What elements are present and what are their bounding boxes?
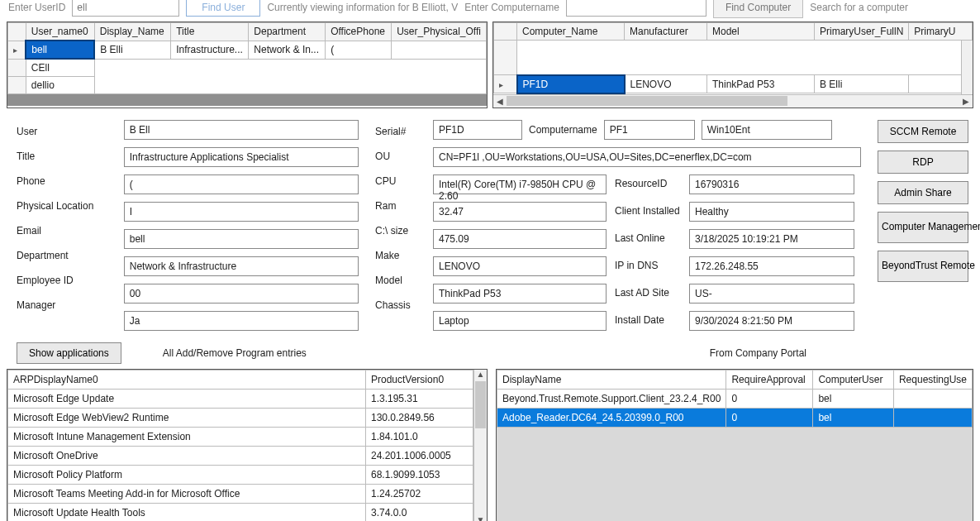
- comp-col-pu[interactable]: PrimaryU: [909, 23, 973, 41]
- scroll-up-icon[interactable]: ▲: [474, 370, 487, 381]
- scroll-right-icon[interactable]: ▶: [959, 97, 973, 106]
- portal-cell[interactable]: [893, 389, 972, 408]
- lbl-csize: C:\ size: [375, 222, 416, 240]
- arp-col-version[interactable]: ProductVersion0: [366, 370, 473, 389]
- vertical-scrollbar[interactable]: [961, 41, 973, 94]
- user-row[interactable]: CEll: [8, 59, 487, 77]
- comp-cell[interactable]: LENOVO: [625, 75, 707, 93]
- user-col-title[interactable]: Title: [171, 23, 249, 41]
- arp-cell[interactable]: 3.74.0.0: [366, 503, 473, 521]
- scroll-down-icon[interactable]: ▼: [474, 515, 487, 522]
- user-cell[interactable]: Infrastructure...: [171, 41, 249, 59]
- arp-cell[interactable]: Microsoft Policy Platform: [8, 465, 366, 484]
- portal-cell[interactable]: Adobe_Reader.DC64_24.5.20399.0_R00: [497, 408, 726, 427]
- comp-cell[interactable]: B Elli: [815, 75, 909, 93]
- user-grid[interactable]: User_name0 Display_Name Title Department…: [7, 22, 488, 108]
- user-col-username[interactable]: User_name0: [26, 23, 94, 41]
- lbl-make: Make: [375, 247, 416, 265]
- userid-input[interactable]: [72, 0, 179, 17]
- arp-cell[interactable]: 130.0.2849.56: [366, 408, 473, 427]
- admin-share-button[interactable]: Admin Share: [878, 181, 968, 204]
- comp-col-model[interactable]: Model: [707, 23, 815, 41]
- show-applications-button[interactable]: Show applications: [17, 342, 121, 364]
- user-cell[interactable]: dellio: [26, 77, 94, 94]
- arp-cell[interactable]: 1.24.25702: [366, 484, 473, 503]
- arp-cell[interactable]: Microsoft Intune Management Extension: [8, 427, 366, 446]
- arp-row[interactable]: Microsoft OneDrive24.201.1006.0005: [8, 446, 473, 465]
- portal-grid[interactable]: DisplayName RequireApproval ComputerUser…: [496, 369, 973, 522]
- arp-row[interactable]: Microsoft Edge WebView2 Runtime130.0.284…: [8, 408, 473, 427]
- computer-input[interactable]: [566, 0, 706, 17]
- comp-row[interactable]: [494, 41, 973, 75]
- portal-cell[interactable]: 0: [726, 389, 813, 408]
- comp-cell[interactable]: PF1D: [517, 75, 625, 93]
- portal-row[interactable]: Beyond.Trust.Remote.Support.Client_23.2.…: [497, 389, 973, 408]
- lbl-model: Model: [375, 272, 416, 289]
- user-cell[interactable]: Network & In...: [249, 41, 326, 59]
- find-user-button[interactable]: Find User: [186, 0, 260, 17]
- find-computer-button[interactable]: Find Computer: [713, 0, 803, 18]
- portal-cell[interactable]: Beyond.Trust.Remote.Support.Client_23.2.…: [497, 389, 726, 408]
- comp-col-primary[interactable]: PrimaryUser_FullN: [815, 23, 909, 41]
- portal-col-compuser[interactable]: ComputerUser: [813, 370, 894, 389]
- lbl-computername: Computername: [529, 124, 597, 136]
- arp-col-name[interactable]: ARPDisplayName0: [8, 370, 366, 389]
- portal-row[interactable]: Adobe_Reader.DC64_24.5.20399.0_R000bel: [497, 408, 973, 427]
- val-computername: PF1: [604, 120, 695, 140]
- arp-row[interactable]: Microsoft Intune Management Extension1.8…: [8, 427, 473, 446]
- portal-col-display[interactable]: DisplayName: [497, 370, 726, 389]
- user-col-dept[interactable]: Department: [249, 23, 326, 41]
- user-col-office[interactable]: User_Physical_Offi: [392, 23, 487, 41]
- val-client: Healthy: [689, 202, 854, 222]
- user-cell[interactable]: CEll: [26, 59, 94, 77]
- arp-cell[interactable]: Microsoft Update Health Tools: [8, 503, 366, 521]
- user-col-display[interactable]: Display_Name: [94, 23, 170, 41]
- user-col-phone[interactable]: OfficePhone: [326, 23, 392, 41]
- scroll-left-icon[interactable]: ◀: [493, 97, 507, 106]
- sccm-remote-button[interactable]: SCCM Remote: [878, 120, 968, 143]
- arp-row[interactable]: Microsoft Edge Update1.3.195.31: [8, 389, 473, 408]
- scroll-thumb[interactable]: [507, 96, 787, 106]
- computer-mgmt-button[interactable]: Computer Management: [878, 212, 968, 243]
- beyondtrust-button[interactable]: BeyondTrust Remote: [878, 251, 968, 282]
- computer-grid[interactable]: Computer_Name Manufacturer Model Primary…: [492, 22, 973, 108]
- arp-cell[interactable]: Microsoft Edge WebView2 Runtime: [8, 408, 366, 427]
- comp-row[interactable]: PF1D LENOVO ThinkPad P53 B Elli: [494, 75, 973, 93]
- portal-cell[interactable]: [893, 408, 972, 427]
- portal-cell[interactable]: bel: [813, 389, 894, 408]
- currently-viewing-label: Currently viewing information for B Elli…: [267, 2, 458, 13]
- user-cell[interactable]: [392, 41, 487, 59]
- lbl-empid: Employee ID: [17, 272, 107, 289]
- arp-cell[interactable]: 68.1.9099.1053: [366, 465, 473, 484]
- arp-grid[interactable]: ARPDisplayName0 ProductVersion0 Microsof…: [7, 369, 488, 522]
- arp-row[interactable]: Microsoft Update Health Tools3.74.0.0: [8, 503, 473, 521]
- vertical-scrollbar[interactable]: ▲ ▼: [473, 370, 487, 522]
- arp-cell[interactable]: Microsoft Teams Meeting Add-in for Micro…: [8, 484, 366, 503]
- portal-cell[interactable]: 0: [726, 408, 813, 427]
- arp-cell[interactable]: 1.84.101.0: [366, 427, 473, 446]
- arp-cell[interactable]: 1.3.195.31: [366, 389, 473, 408]
- portal-col-approval[interactable]: RequireApproval: [726, 370, 813, 389]
- val-cpu: Intel(R) Core(TM) i7-9850H CPU @ 2.60: [433, 174, 607, 194]
- user-cell[interactable]: bell: [26, 41, 94, 59]
- user-row[interactable]: bell B Elli Infrastructure... Network & …: [8, 41, 487, 59]
- lbl-client: Client Installed: [615, 202, 681, 222]
- arp-cell[interactable]: Microsoft OneDrive: [8, 446, 366, 465]
- portal-col-requser[interactable]: RequestingUse: [893, 370, 972, 389]
- arp-cell[interactable]: 24.201.1006.0005: [366, 446, 473, 465]
- portal-cell[interactable]: bel: [813, 408, 894, 427]
- val-model: ThinkPad P53: [433, 284, 607, 304]
- comp-col-name[interactable]: Computer_Name: [517, 23, 625, 41]
- arp-row[interactable]: Microsoft Policy Platform68.1.9099.1053: [8, 465, 473, 484]
- horizontal-scrollbar[interactable]: ◀ ▶: [493, 94, 973, 108]
- lbl-adsite: Last AD Site: [615, 284, 681, 304]
- arp-row[interactable]: Microsoft Teams Meeting Add-in for Micro…: [8, 484, 473, 503]
- comp-cell[interactable]: ThinkPad P53: [707, 75, 815, 93]
- rdp-button[interactable]: RDP: [878, 151, 968, 174]
- user-cell[interactable]: (: [326, 41, 392, 59]
- user-cell[interactable]: B Elli: [94, 41, 170, 59]
- comp-col-mfr[interactable]: Manufacturer: [625, 23, 707, 41]
- scroll-thumb[interactable]: [475, 381, 486, 428]
- val-ram: 32.47: [433, 202, 607, 222]
- arp-cell[interactable]: Microsoft Edge Update: [8, 389, 366, 408]
